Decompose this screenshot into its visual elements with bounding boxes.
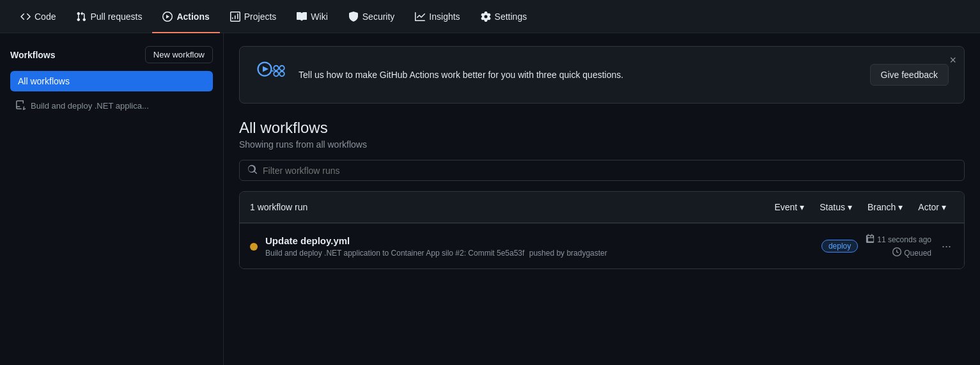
insights-icon: [415, 12, 425, 22]
feedback-banner: Tell us how to make GitHub Actions work …: [239, 46, 965, 104]
svg-point-2: [274, 66, 279, 71]
chevron-down-icon: ▾: [942, 202, 946, 212]
nav-settings[interactable]: Settings: [471, 0, 538, 33]
run-title[interactable]: Update deploy.yml: [265, 235, 814, 246]
main-layout: Workflows New workflow All workflows Bui…: [0, 33, 980, 365]
main-content: Tell us how to make GitHub Actions work …: [224, 33, 980, 365]
workflows-subheading: Showing runs from all workflows: [239, 139, 965, 150]
svg-marker-1: [263, 66, 268, 72]
chevron-down-icon: ▾: [898, 202, 903, 212]
nav-code-label: Code: [35, 12, 56, 22]
search-input[interactable]: [263, 166, 956, 176]
wiki-icon: [297, 12, 307, 22]
filter-actor-button[interactable]: Actor ▾: [910, 199, 954, 215]
chevron-down-icon: ▾: [800, 202, 804, 212]
sidebar-item-build-deploy-label: Build and deploy .NET applica...: [31, 101, 149, 111]
run-badge: deploy: [821, 240, 858, 252]
nav-actions[interactable]: Actions: [152, 0, 219, 33]
nav-projects-label: Projects: [244, 12, 277, 22]
workflow-item-icon: [15, 100, 26, 111]
svg-point-3: [279, 66, 284, 71]
nav-wiki[interactable]: Wiki: [286, 0, 338, 33]
give-feedback-button[interactable]: Give feedback: [870, 64, 949, 86]
top-nav: Code Pull requests Actions Projects Wiki…: [0, 0, 980, 33]
actions-icon: [162, 12, 173, 22]
code-icon: [20, 12, 31, 22]
filter-status-button[interactable]: Status ▾: [812, 199, 860, 215]
run-meta: 11 seconds ago Queued: [866, 234, 931, 258]
nav-security-label: Security: [362, 12, 395, 22]
actions-logo: [255, 59, 286, 90]
nav-code[interactable]: Code: [10, 0, 66, 33]
feedback-message: Tell us how to make GitHub Actions work …: [299, 70, 857, 80]
sidebar-title: Workflows: [10, 50, 56, 60]
run-info: Update deploy.yml Build and deploy .NET …: [265, 235, 814, 258]
run-queue-status: Queued: [892, 247, 931, 258]
search-bar: [239, 160, 965, 181]
all-workflows-button[interactable]: All workflows: [10, 71, 213, 91]
runs-container: 1 workflow run Event ▾ Status ▾ Branch ▾: [239, 191, 965, 269]
chevron-down-icon: ▾: [848, 202, 852, 212]
nav-security[interactable]: Security: [338, 0, 405, 33]
runs-filters: Event ▾ Status ▾ Branch ▾ Actor ▾: [766, 199, 954, 215]
svg-point-5: [279, 72, 284, 77]
run-status-dot: [250, 243, 258, 251]
sidebar: Workflows New workflow All workflows Bui…: [0, 33, 224, 365]
pull-request-icon: [76, 12, 86, 22]
nav-wiki-label: Wiki: [311, 12, 327, 22]
sidebar-item-build-deploy[interactable]: Build and deploy .NET applica...: [10, 97, 213, 114]
filter-branch-button[interactable]: Branch ▾: [860, 199, 910, 215]
nav-settings-label: Settings: [495, 12, 527, 22]
search-icon: [247, 164, 258, 176]
all-workflows-heading: All workflows: [239, 119, 965, 137]
projects-icon: [230, 12, 240, 22]
security-icon: [348, 12, 359, 22]
run-subtitle: Build and deploy .NET application to Con…: [265, 249, 814, 258]
run-more-button[interactable]: ···: [939, 237, 954, 256]
close-banner-button[interactable]: ×: [949, 54, 956, 66]
nav-insights-label: Insights: [429, 12, 460, 22]
nav-projects[interactable]: Projects: [220, 0, 287, 33]
runs-header: 1 workflow run Event ▾ Status ▾ Branch ▾: [240, 192, 964, 223]
settings-icon: [481, 12, 491, 22]
svg-point-4: [274, 72, 279, 77]
table-row: Update deploy.yml Build and deploy .NET …: [240, 223, 964, 268]
sidebar-header: Workflows New workflow: [10, 46, 213, 63]
runs-count: 1 workflow run: [250, 202, 307, 212]
calendar-icon: [866, 234, 875, 245]
run-time: 11 seconds ago: [866, 234, 931, 245]
nav-actions-label: Actions: [176, 12, 209, 22]
nav-insights[interactable]: Insights: [405, 0, 470, 33]
clock-icon: [892, 247, 901, 258]
filter-event-button[interactable]: Event ▾: [766, 199, 812, 215]
nav-pull-requests-label: Pull requests: [90, 12, 142, 22]
new-workflow-button[interactable]: New workflow: [145, 46, 213, 63]
nav-pull-requests[interactable]: Pull requests: [66, 0, 152, 33]
run-actions: ···: [939, 237, 954, 256]
